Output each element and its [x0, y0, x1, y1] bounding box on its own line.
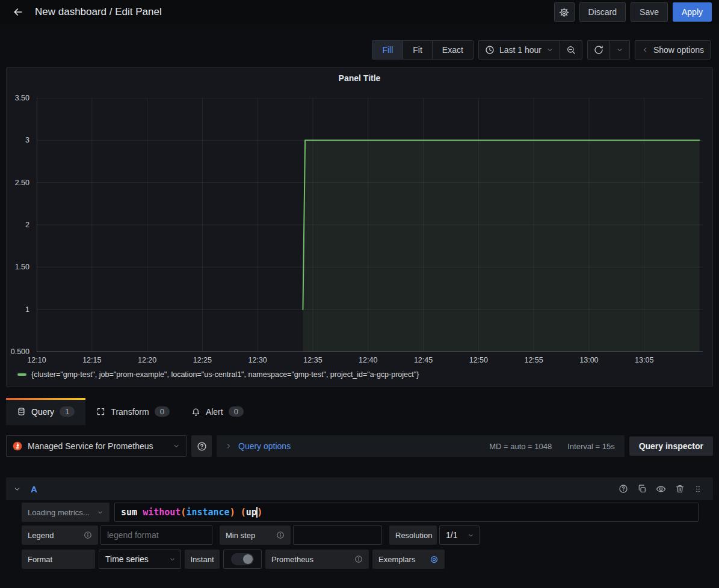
tab-label: Alert [206, 407, 223, 417]
info-icon[interactable] [354, 555, 363, 563]
promql-token: ( [235, 507, 246, 518]
resolution-label: Resolution [395, 531, 432, 540]
resolution-value: 1/1 [446, 530, 457, 540]
chevron-down-icon [546, 46, 554, 54]
x-tick-label: 12:25 [193, 356, 212, 364]
x-axis-labels: 12:1012:1512:2012:2512:3012:3512:4012:45… [37, 356, 703, 366]
top-bar: New dashboard / Edit Panel Discard Save … [0, 0, 719, 24]
resolution-select[interactable]: 1/1 [439, 525, 480, 545]
display-mode-group: Fill Fit Exact [372, 40, 473, 60]
refresh-group [587, 40, 630, 60]
drag-handle-icon[interactable] [694, 484, 702, 494]
save-button[interactable]: Save [631, 2, 668, 22]
back-button[interactable] [7, 2, 29, 22]
chevron-down-icon [616, 46, 623, 54]
info-icon[interactable] [84, 531, 92, 539]
display-mode-exact[interactable]: Exact [432, 41, 473, 59]
instant-chip: Instant [185, 550, 220, 569]
refresh-interval-dropdown[interactable] [609, 41, 629, 59]
promql-expression-input[interactable]: sum without(instance) (up) [114, 503, 699, 522]
x-tick-label: 12:10 [27, 356, 46, 364]
y-tick-label: 1.50 [15, 263, 29, 271]
query-editor-line: Loading metrics... sum without(instance)… [22, 503, 699, 522]
tab-transform[interactable]: Transform 0 [85, 398, 181, 425]
show-options-label: Show options [653, 45, 704, 55]
show-options-button[interactable]: Show options [635, 41, 710, 59]
bell-icon [191, 407, 200, 416]
duplicate-query-icon[interactable] [637, 484, 647, 494]
max-data-points-text: MD = auto = 1048 [489, 442, 552, 451]
tab-query[interactable]: Query 1 [6, 398, 85, 425]
query-options-toggle[interactable]: Query options [225, 441, 291, 451]
discard-button[interactable]: Discard [579, 2, 626, 22]
show-options-group: Show options [635, 40, 711, 60]
metric-select-dropdown[interactable]: Loading metrics... [22, 503, 110, 522]
query-options-label: Query options [238, 441, 291, 451]
interval-text: Interval = 15s [567, 442, 614, 451]
database-icon [17, 407, 26, 416]
format-label: Format [28, 555, 52, 564]
search-minus-icon [566, 45, 576, 55]
datasource-help-button[interactable] [191, 435, 212, 457]
query-inspector-button[interactable]: Query inspector [629, 436, 713, 456]
promql-token: without [143, 507, 181, 518]
zoom-out-time-button[interactable] [560, 41, 582, 59]
promql-expression: sum without(instance) (up) [121, 507, 262, 518]
display-mode-fill[interactable]: Fill [372, 41, 403, 59]
gear-icon [559, 7, 569, 17]
panel-settings-button[interactable] [554, 2, 575, 22]
query-row-header[interactable]: A [6, 477, 713, 500]
min-step-chip: Min step [220, 525, 291, 545]
exemplars-record-icon[interactable] [430, 555, 439, 564]
format-chip: Format [22, 550, 95, 569]
min-step-input[interactable] [293, 525, 382, 545]
chart-legend-item[interactable]: {cluster="gmp-test", job="prom-example",… [17, 370, 419, 379]
refresh-button[interactable] [588, 41, 609, 59]
panel-toolbar: Fill Fit Exact Last 1 hour [8, 40, 711, 60]
y-tick-label: 0.500 [11, 348, 29, 356]
query-ref-id: A [31, 484, 37, 494]
time-range-picker[interactable]: Last 1 hour [479, 41, 560, 59]
y-tick-label: 3.50 [15, 94, 29, 102]
exemplars-chip: Exemplars [372, 550, 445, 569]
instant-label: Instant [190, 555, 214, 564]
promql-token: ) [230, 507, 235, 518]
clock-icon [485, 45, 495, 55]
chevron-right-icon [225, 443, 232, 450]
prometheus-logo-icon [13, 441, 22, 451]
tab-alert[interactable]: Alert 0 [181, 398, 255, 425]
datasource-picker[interactable]: Managed Service for Prometheus [6, 435, 187, 457]
apply-button[interactable]: Apply [673, 2, 712, 22]
chart-plot[interactable] [37, 98, 703, 352]
datasource-name: Managed Service for Prometheus [28, 441, 167, 451]
promql-token: sum [121, 507, 143, 518]
x-tick-label: 12:30 [248, 356, 267, 364]
display-mode-fit[interactable]: Fit [403, 41, 432, 59]
panel-preview: Panel Title 0.50011.5022.5033.50 12:1012… [6, 67, 713, 387]
legend-format-input[interactable] [100, 525, 212, 545]
tab-count-badge: 1 [60, 406, 75, 417]
x-tick-label: 12:55 [524, 356, 543, 364]
refresh-icon [594, 45, 603, 55]
query-options-bar: Query options MD = auto = 1048 Interval … [217, 435, 625, 457]
series-color-dash [17, 373, 26, 376]
chevron-down-icon [468, 532, 474, 539]
y-axis-labels: 0.50011.5022.5033.50 [7, 98, 33, 352]
legend-option-label: Legend [28, 531, 54, 540]
delete-query-icon[interactable] [675, 484, 685, 494]
query-options-line: Legend Min step Resolution 1/1 [22, 525, 699, 545]
y-tick-label: 2 [25, 221, 29, 229]
toggle-knob [243, 554, 253, 564]
legend-option-chip: Legend [22, 525, 98, 545]
query-help-icon[interactable] [619, 484, 628, 494]
toggle-visibility-icon[interactable] [656, 484, 666, 494]
query-row-actions [619, 484, 702, 494]
chevron-down-icon [97, 509, 103, 516]
format-select[interactable]: Time series [99, 550, 181, 569]
time-picker-group: Last 1 hour [478, 40, 582, 60]
editor-tabs: Query 1 Transform 0 Alert 0 [6, 398, 719, 425]
instant-toggle[interactable] [223, 550, 262, 569]
query-format-line: Format Time series Instant Prometheus Ex… [22, 550, 699, 569]
collapse-chevron-icon [13, 485, 21, 493]
info-icon[interactable] [276, 531, 285, 539]
